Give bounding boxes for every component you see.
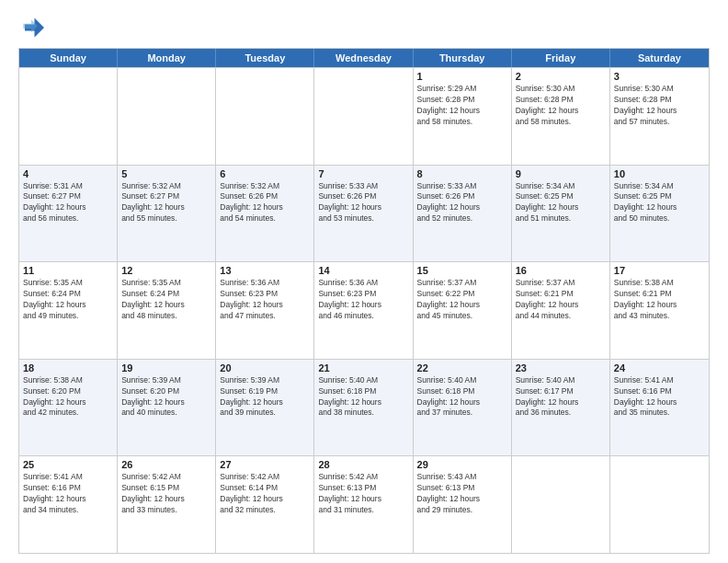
day-info: Sunrise: 5:41 AM Sunset: 6:16 PM Dayligh…: [614, 375, 705, 419]
day-cell-empty: [118, 68, 216, 165]
day-info: Sunrise: 5:37 AM Sunset: 6:22 PM Dayligh…: [417, 278, 507, 322]
day-number: 27: [220, 459, 310, 470]
day-info: Sunrise: 5:30 AM Sunset: 6:28 PM Dayligh…: [516, 84, 606, 128]
day-cell-empty: [512, 456, 610, 553]
day-info: Sunrise: 5:39 AM Sunset: 6:20 PM Dayligh…: [121, 375, 211, 419]
day-info: Sunrise: 5:30 AM Sunset: 6:28 PM Dayligh…: [614, 84, 705, 128]
day-number: 7: [318, 168, 408, 179]
day-number: 5: [121, 168, 211, 179]
day-cell-17: 17Sunrise: 5:38 AM Sunset: 6:21 PM Dayli…: [610, 262, 709, 359]
day-number: 14: [318, 265, 408, 276]
day-cell-8: 8Sunrise: 5:33 AM Sunset: 6:26 PM Daylig…: [414, 166, 512, 262]
day-info: Sunrise: 5:32 AM Sunset: 6:27 PM Dayligh…: [121, 181, 211, 225]
week-row-1: 1Sunrise: 5:29 AM Sunset: 6:28 PM Daylig…: [19, 67, 709, 165]
day-number: 18: [23, 362, 113, 373]
day-info: Sunrise: 5:37 AM Sunset: 6:21 PM Dayligh…: [516, 278, 606, 322]
day-info: Sunrise: 5:34 AM Sunset: 6:25 PM Dayligh…: [614, 181, 705, 225]
header-day-saturday: Saturday: [610, 49, 709, 67]
day-info: Sunrise: 5:31 AM Sunset: 6:27 PM Dayligh…: [23, 181, 113, 225]
logo: [18, 15, 48, 40]
day-number: 6: [220, 168, 310, 179]
header-day-thursday: Thursday: [414, 49, 512, 67]
calendar-header: SundayMondayTuesdayWednesdayThursdayFrid…: [19, 49, 709, 67]
day-cell-22: 22Sunrise: 5:40 AM Sunset: 6:18 PM Dayli…: [414, 360, 512, 456]
day-number: 28: [318, 459, 408, 470]
day-info: Sunrise: 5:36 AM Sunset: 6:23 PM Dayligh…: [220, 278, 310, 322]
day-number: 21: [318, 362, 408, 373]
day-cell-13: 13Sunrise: 5:36 AM Sunset: 6:23 PM Dayli…: [216, 262, 314, 359]
day-cell-7: 7Sunrise: 5:33 AM Sunset: 6:26 PM Daylig…: [314, 166, 413, 262]
day-number: 15: [417, 265, 507, 276]
week-row-5: 25Sunrise: 5:41 AM Sunset: 6:16 PM Dayli…: [19, 455, 709, 553]
header-day-wednesday: Wednesday: [314, 49, 413, 67]
day-cell-26: 26Sunrise: 5:42 AM Sunset: 6:15 PM Dayli…: [118, 456, 216, 553]
day-number: 16: [516, 265, 606, 276]
day-number: 4: [23, 168, 113, 179]
day-info: Sunrise: 5:35 AM Sunset: 6:24 PM Dayligh…: [23, 278, 113, 322]
day-number: 26: [121, 459, 211, 470]
header-day-monday: Monday: [118, 49, 216, 67]
day-number: 23: [516, 362, 606, 373]
logo-icon: [18, 15, 44, 40]
day-number: 1: [417, 71, 507, 82]
day-cell-empty: [314, 68, 413, 165]
day-cell-6: 6Sunrise: 5:32 AM Sunset: 6:26 PM Daylig…: [216, 166, 314, 262]
day-info: Sunrise: 5:40 AM Sunset: 6:17 PM Dayligh…: [516, 375, 606, 419]
day-cell-16: 16Sunrise: 5:37 AM Sunset: 6:21 PM Dayli…: [512, 262, 610, 359]
day-cell-3: 3Sunrise: 5:30 AM Sunset: 6:28 PM Daylig…: [610, 68, 709, 165]
day-number: 17: [614, 265, 705, 276]
day-info: Sunrise: 5:35 AM Sunset: 6:24 PM Dayligh…: [121, 278, 211, 322]
header-day-friday: Friday: [512, 49, 610, 67]
week-row-4: 18Sunrise: 5:38 AM Sunset: 6:20 PM Dayli…: [19, 359, 709, 456]
day-number: 29: [417, 459, 507, 470]
day-info: Sunrise: 5:33 AM Sunset: 6:26 PM Dayligh…: [318, 181, 408, 225]
day-cell-empty: [216, 68, 314, 165]
day-info: Sunrise: 5:38 AM Sunset: 6:21 PM Dayligh…: [614, 278, 705, 322]
day-cell-20: 20Sunrise: 5:39 AM Sunset: 6:19 PM Dayli…: [216, 360, 314, 456]
day-info: Sunrise: 5:38 AM Sunset: 6:20 PM Dayligh…: [23, 375, 113, 419]
day-info: Sunrise: 5:40 AM Sunset: 6:18 PM Dayligh…: [417, 375, 507, 419]
header-day-sunday: Sunday: [19, 49, 118, 67]
day-number: 8: [417, 168, 507, 179]
day-cell-4: 4Sunrise: 5:31 AM Sunset: 6:27 PM Daylig…: [19, 166, 118, 262]
day-cell-18: 18Sunrise: 5:38 AM Sunset: 6:20 PM Dayli…: [19, 360, 118, 456]
day-number: 12: [121, 265, 211, 276]
day-info: Sunrise: 5:41 AM Sunset: 6:16 PM Dayligh…: [23, 472, 113, 516]
page: SundayMondayTuesdayWednesdayThursdayFrid…: [0, 0, 728, 563]
day-info: Sunrise: 5:39 AM Sunset: 6:19 PM Dayligh…: [220, 375, 310, 419]
day-info: Sunrise: 5:36 AM Sunset: 6:23 PM Dayligh…: [318, 278, 408, 322]
day-number: 13: [220, 265, 310, 276]
day-cell-24: 24Sunrise: 5:41 AM Sunset: 6:16 PM Dayli…: [610, 360, 709, 456]
day-info: Sunrise: 5:34 AM Sunset: 6:25 PM Dayligh…: [516, 181, 606, 225]
day-cell-12: 12Sunrise: 5:35 AM Sunset: 6:24 PM Dayli…: [118, 262, 216, 359]
day-cell-empty: [19, 68, 118, 165]
day-number: 10: [614, 168, 705, 179]
day-number: 19: [121, 362, 211, 373]
header-day-tuesday: Tuesday: [216, 49, 314, 67]
day-cell-28: 28Sunrise: 5:42 AM Sunset: 6:13 PM Dayli…: [314, 456, 413, 553]
day-cell-1: 1Sunrise: 5:29 AM Sunset: 6:28 PM Daylig…: [414, 68, 512, 165]
day-number: 20: [220, 362, 310, 373]
day-number: 2: [516, 71, 606, 82]
day-info: Sunrise: 5:42 AM Sunset: 6:13 PM Dayligh…: [318, 472, 408, 516]
day-number: 9: [516, 168, 606, 179]
day-cell-empty: [610, 456, 709, 553]
day-cell-23: 23Sunrise: 5:40 AM Sunset: 6:17 PM Dayli…: [512, 360, 610, 456]
day-cell-19: 19Sunrise: 5:39 AM Sunset: 6:20 PM Dayli…: [118, 360, 216, 456]
day-cell-15: 15Sunrise: 5:37 AM Sunset: 6:22 PM Dayli…: [414, 262, 512, 359]
day-info: Sunrise: 5:33 AM Sunset: 6:26 PM Dayligh…: [417, 181, 507, 225]
day-info: Sunrise: 5:42 AM Sunset: 6:15 PM Dayligh…: [121, 472, 211, 516]
day-info: Sunrise: 5:43 AM Sunset: 6:13 PM Dayligh…: [417, 472, 507, 516]
day-number: 25: [23, 459, 113, 470]
day-number: 22: [417, 362, 507, 373]
day-cell-5: 5Sunrise: 5:32 AM Sunset: 6:27 PM Daylig…: [118, 166, 216, 262]
day-cell-9: 9Sunrise: 5:34 AM Sunset: 6:25 PM Daylig…: [512, 166, 610, 262]
header: [18, 15, 710, 40]
calendar: SundayMondayTuesdayWednesdayThursdayFrid…: [18, 48, 710, 554]
day-cell-29: 29Sunrise: 5:43 AM Sunset: 6:13 PM Dayli…: [414, 456, 512, 553]
day-cell-11: 11Sunrise: 5:35 AM Sunset: 6:24 PM Dayli…: [19, 262, 118, 359]
week-row-2: 4Sunrise: 5:31 AM Sunset: 6:27 PM Daylig…: [19, 165, 709, 262]
day-info: Sunrise: 5:40 AM Sunset: 6:18 PM Dayligh…: [318, 375, 408, 419]
calendar-body: 1Sunrise: 5:29 AM Sunset: 6:28 PM Daylig…: [19, 67, 709, 553]
day-cell-25: 25Sunrise: 5:41 AM Sunset: 6:16 PM Dayli…: [19, 456, 118, 553]
